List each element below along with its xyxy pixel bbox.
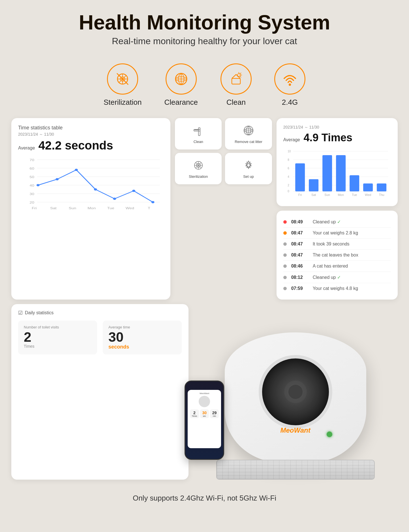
feature-clean: Clean bbox=[220, 63, 252, 107]
log-dot-5 bbox=[283, 264, 287, 268]
svg-text:2: 2 bbox=[288, 184, 289, 187]
svg-text:10: 10 bbox=[288, 150, 291, 153]
log-desc-6: Cleaned up ✓ bbox=[313, 275, 391, 280]
action-panel: Clean Remove cat litter bbox=[175, 118, 272, 300]
svg-point-38 bbox=[151, 201, 155, 203]
svg-point-36 bbox=[113, 198, 116, 200]
svg-text:70: 70 bbox=[30, 158, 35, 162]
toilet-visits-unit: Times bbox=[24, 344, 91, 349]
svg-rect-73 bbox=[295, 163, 305, 191]
svg-text:30: 30 bbox=[30, 192, 35, 196]
time-line-chart: 70 60 50 40 30 20 bbox=[18, 157, 164, 213]
svg-text:60: 60 bbox=[30, 167, 35, 170]
svg-text:20: 20 bbox=[30, 201, 35, 204]
log-dot-2 bbox=[283, 231, 287, 235]
clean-icon bbox=[220, 63, 252, 95]
log-desc-4: The cat leaves the box bbox=[313, 253, 391, 258]
clean-action-icon bbox=[192, 124, 205, 137]
activity-log-panel: 08:49 Cleaned up ✓ 08:47 Your cat weighs… bbox=[277, 211, 398, 300]
footer-text: Only supports 2.4Ghz Wi-Fi, not 5Ghz Wi-… bbox=[133, 494, 276, 502]
setup-button[interactable]: Set up bbox=[225, 153, 272, 184]
svg-text:4: 4 bbox=[288, 175, 289, 178]
device-base bbox=[216, 460, 375, 480]
sterilization-label: Sterilization bbox=[104, 98, 142, 107]
device-container: MeoWant bbox=[196, 304, 395, 480]
sterilization-action-icon bbox=[192, 159, 205, 172]
product-area: MeoWant 2 Times 30 sec 29 min bbox=[193, 304, 398, 480]
wifi-icon bbox=[274, 63, 305, 95]
toilet-visits-label: Number of toilet visits bbox=[24, 325, 91, 329]
svg-rect-77 bbox=[350, 175, 359, 191]
device-base-grid bbox=[217, 460, 374, 479]
svg-point-13 bbox=[237, 74, 240, 76]
phone-mockup: MeoWant 2 Times 30 sec 29 min bbox=[185, 381, 224, 460]
daily-title-text: Daily statistics bbox=[25, 310, 53, 315]
stats-row: Number of toilet visits 2 Times Average … bbox=[18, 321, 182, 354]
clean-button[interactable]: Clean bbox=[175, 118, 222, 149]
phone-stat-3: 29 min bbox=[210, 409, 219, 418]
svg-text:50: 50 bbox=[30, 175, 35, 179]
svg-text:Thu: Thu bbox=[379, 193, 384, 196]
svg-point-32 bbox=[37, 184, 40, 186]
door-handle bbox=[284, 381, 307, 403]
daily-stats-panel: ☑ Daily statistics Number of toilet visi… bbox=[11, 304, 189, 480]
svg-text:6: 6 bbox=[288, 167, 289, 170]
phone-stat-num-2: 30 bbox=[201, 411, 208, 415]
features-row: Sterilization Clearance bbox=[0, 52, 409, 115]
svg-rect-79 bbox=[377, 183, 386, 191]
svg-text:Tue: Tue bbox=[352, 193, 357, 196]
daily-stats-title: ☑ Daily statistics bbox=[18, 310, 182, 316]
sterilization-action-label: Sterilization bbox=[189, 174, 208, 179]
toilet-visits-stat: Number of toilet visits 2 Times bbox=[18, 321, 97, 354]
svg-rect-74 bbox=[309, 179, 318, 191]
device-body: MeoWant bbox=[225, 332, 366, 463]
svg-line-18 bbox=[239, 72, 239, 73]
device-status-light bbox=[327, 431, 332, 437]
time-avg-value: 42.2 seconds bbox=[38, 139, 113, 152]
toilet-visits-value: 2 bbox=[24, 330, 91, 344]
svg-text:40: 40 bbox=[30, 184, 35, 187]
svg-text:Sun: Sun bbox=[324, 193, 330, 196]
log-time-3: 08:47 bbox=[291, 242, 308, 247]
svg-point-33 bbox=[56, 178, 59, 180]
remove-litter-button[interactable]: Remove cat litter bbox=[225, 118, 272, 149]
feature-clearance: Clearance bbox=[164, 63, 198, 107]
log-time-5: 08:46 bbox=[291, 264, 308, 269]
log-dot-7 bbox=[283, 287, 287, 290]
clean-action-label: Clean bbox=[194, 140, 203, 144]
svg-rect-76 bbox=[336, 155, 346, 191]
phone-stat-label-1: Times bbox=[192, 415, 197, 417]
log-time-1: 08:49 bbox=[291, 219, 308, 225]
log-dot-1 bbox=[283, 220, 287, 224]
bottom-section: ☑ Daily statistics Number of toilet visi… bbox=[0, 300, 409, 480]
phone-stat-label-3: min bbox=[213, 415, 216, 417]
svg-rect-47 bbox=[198, 128, 200, 136]
sterilization-button[interactable]: Sterilization bbox=[175, 153, 222, 184]
svg-text:Wed: Wed bbox=[365, 193, 371, 196]
phone-stat-1: 2 Times bbox=[190, 409, 199, 418]
log-item-4: 08:47 The cat leaves the box bbox=[283, 250, 391, 261]
time-stats-title: Time statistics table bbox=[18, 125, 164, 131]
svg-text:Wed: Wed bbox=[126, 206, 134, 210]
svg-point-19 bbox=[289, 84, 291, 86]
main-title: Health Monitoring System bbox=[6, 11, 403, 34]
log-item-7: 07:59 Your cat weighs 4.8 kg bbox=[283, 283, 391, 294]
phone-stat-num-3: 29 bbox=[211, 411, 218, 415]
svg-rect-75 bbox=[322, 155, 332, 191]
feature-wifi: 2.4G bbox=[274, 63, 305, 107]
avg-time-label: Average time bbox=[108, 325, 176, 329]
phone-app-label: MeoWant bbox=[190, 392, 219, 395]
svg-point-37 bbox=[132, 190, 135, 192]
time-stats-date: 2023/11/24 ～ 11/30 bbox=[18, 132, 164, 137]
log-desc-3: It took 39 seconds bbox=[313, 242, 391, 247]
log-dot-3 bbox=[283, 242, 287, 246]
svg-text:T: T bbox=[148, 206, 150, 210]
clearance-label: Clearance bbox=[164, 98, 198, 107]
svg-text:Fri: Fri bbox=[298, 193, 302, 196]
setup-icon bbox=[242, 159, 255, 172]
clearance-icon bbox=[166, 63, 197, 95]
svg-line-14 bbox=[240, 73, 241, 74]
visit-date: 2023/11/24 ～ 11/30 bbox=[283, 125, 391, 130]
dashboard: Time statistics table 2023/11/24 ～ 11/30… bbox=[0, 118, 409, 300]
log-time-6: 08:12 bbox=[291, 275, 308, 280]
